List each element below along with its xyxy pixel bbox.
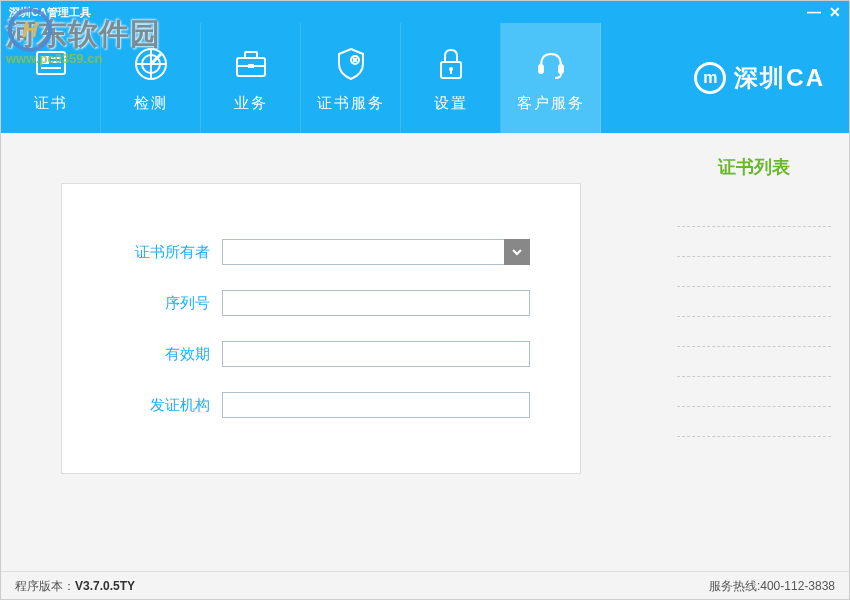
close-button[interactable]: ✕ [829, 4, 841, 20]
chevron-down-icon[interactable] [504, 239, 530, 265]
lock-icon [431, 44, 471, 84]
list-item[interactable] [677, 317, 831, 347]
version-value: V3.7.0.5TY [75, 579, 135, 593]
shield-icon [331, 44, 371, 84]
brand-logo-icon [694, 62, 726, 94]
form-row-serial: 序列号 [112, 290, 530, 316]
list-item[interactable] [677, 287, 831, 317]
toolbar-item-certificate[interactable]: 证书 [1, 23, 101, 133]
toolbar-item-customer-service[interactable]: 客户服务 [501, 23, 601, 133]
toolbar-item-cert-service[interactable]: 证书服务 [301, 23, 401, 133]
briefcase-icon [231, 44, 271, 84]
form-row-validity: 有效期 [112, 341, 530, 367]
brand: 深圳CA [694, 23, 825, 133]
list-item[interactable] [677, 347, 831, 377]
toolbar-label: 证书服务 [317, 94, 385, 113]
list-item[interactable] [677, 257, 831, 287]
serial-input[interactable] [222, 290, 530, 316]
content-area: 证书所有者 序列号 有效期 发证机构 证书 [1, 133, 849, 571]
list-item[interactable] [677, 197, 831, 227]
list-item[interactable] [677, 227, 831, 257]
hotline-value: 400-112-3838 [760, 579, 835, 593]
headset-icon [531, 44, 571, 84]
owner-select[interactable] [222, 239, 530, 265]
toolbar-label: 检测 [134, 94, 168, 113]
validity-input[interactable] [222, 341, 530, 367]
toolbar-item-settings[interactable]: 设置 [401, 23, 501, 133]
certificate-form: 证书所有者 序列号 有效期 发证机构 [61, 183, 581, 474]
toolbar: 证书 检测 业务 证书服务 设置 客户服务 深圳CA [1, 23, 849, 133]
list-item[interactable] [677, 377, 831, 407]
toolbar-item-business[interactable]: 业务 [201, 23, 301, 133]
owner-label: 证书所有者 [112, 243, 222, 262]
toolbar-item-detect[interactable]: 检测 [101, 23, 201, 133]
form-row-issuer: 发证机构 [112, 392, 530, 418]
brand-text: 深圳CA [734, 62, 825, 94]
svg-rect-19 [538, 64, 544, 74]
toolbar-label: 客户服务 [517, 94, 585, 113]
serial-label: 序列号 [112, 294, 222, 313]
certificate-list [677, 197, 831, 437]
owner-select-field[interactable] [222, 239, 504, 265]
version-label: 程序版本： [15, 579, 75, 593]
hotline-info: 服务热线:400-112-3838 [709, 578, 835, 595]
svg-rect-12 [248, 64, 254, 68]
toolbar-label: 业务 [234, 94, 268, 113]
statusbar: 程序版本：V3.7.0.5TY 服务热线:400-112-3838 [1, 571, 849, 600]
list-item[interactable] [677, 407, 831, 437]
version-info: 程序版本：V3.7.0.5TY [15, 578, 135, 595]
form-row-owner: 证书所有者 [112, 239, 530, 265]
titlebar: 深圳CA管理工具 — ✕ [1, 1, 849, 23]
sidebar-title: 证书列表 [677, 155, 831, 179]
svg-rect-1 [41, 56, 49, 64]
window-title: 深圳CA管理工具 [9, 5, 91, 20]
window-controls: — ✕ [807, 4, 841, 20]
certificate-icon [31, 44, 71, 84]
issuer-label: 发证机构 [112, 396, 222, 415]
minimize-button[interactable]: — [807, 4, 821, 20]
sidebar: 证书列表 [659, 133, 849, 571]
svg-rect-20 [558, 64, 564, 74]
main-panel: 证书所有者 序列号 有效期 发证机构 [1, 133, 659, 571]
toolbar-label: 证书 [34, 94, 68, 113]
issuer-input[interactable] [222, 392, 530, 418]
radar-icon [131, 44, 171, 84]
toolbar-label: 设置 [434, 94, 468, 113]
hotline-label: 服务热线: [709, 579, 760, 593]
svg-rect-10 [245, 52, 257, 58]
validity-label: 有效期 [112, 345, 222, 364]
